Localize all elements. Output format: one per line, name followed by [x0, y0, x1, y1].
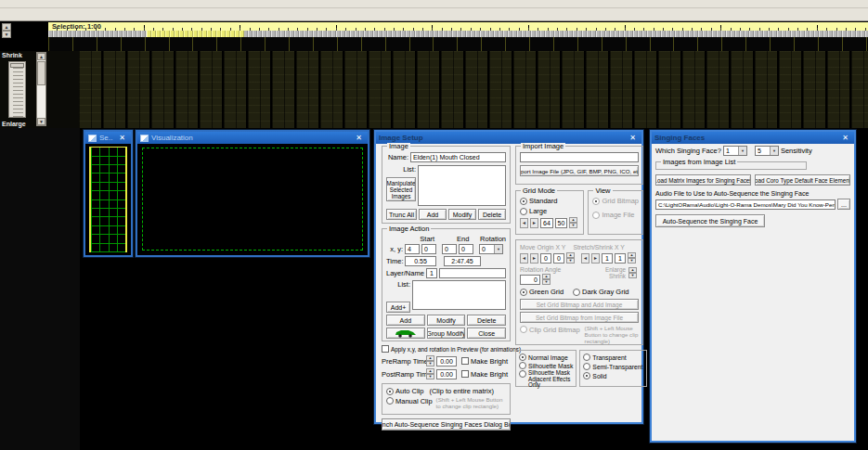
origin-x-input[interactable]: 0	[540, 253, 551, 264]
image-file-radio[interactable]	[592, 212, 600, 219]
name-label: Name:	[386, 153, 408, 161]
action-modify-button[interactable]: Modify	[427, 315, 466, 326]
start-header: Start	[414, 235, 441, 243]
close-icon[interactable]: ✕	[116, 134, 128, 142]
add-button[interactable]: Add	[419, 209, 447, 220]
rotation-angle-input[interactable]: 0	[520, 275, 540, 285]
time-start-input[interactable]: 0.55	[405, 256, 436, 266]
import-image-button[interactable]: Import Image File (JPG, GIF, BMP, PNG, I…	[520, 165, 639, 176]
timeline-ruler[interactable]: Selection: 1:00	[0, 22, 868, 31]
chevron-down-icon[interactable]: ▼	[770, 147, 778, 155]
launch-autoseq-button[interactable]: Launch Auto-Sequence Singing Faces Dialo…	[382, 418, 511, 431]
set-grid-add-button[interactable]: Set Grid Bitmap and Add Image	[520, 299, 639, 310]
enlarge-shrink-spinner[interactable]: ▲▼	[628, 267, 637, 278]
preramp-input[interactable]: 0.00	[436, 356, 457, 366]
stretch-spinner[interactable]: ▲▼	[628, 252, 636, 264]
group-modify-button[interactable]: Group Modify	[427, 328, 466, 339]
layer-name-input[interactable]	[439, 268, 506, 278]
standard-grid-radio[interactable]	[520, 198, 527, 205]
silhouette-adjacent-radio[interactable]	[519, 370, 526, 378]
postramp-spinner[interactable]: ▲▼	[426, 368, 434, 379]
window-title-bar[interactable]: Visualization ✕	[137, 132, 368, 144]
size-right-icon[interactable]: ►	[530, 218, 538, 228]
set-grid-file-button[interactable]: Set Grid Bitmap from Image File	[520, 312, 639, 323]
stretch-x-input[interactable]: 1	[602, 253, 613, 264]
x-end-input[interactable]: 0	[442, 244, 457, 254]
timeline-zoom-down-button[interactable]: ▼	[2, 31, 11, 38]
row-zoom-slider[interactable]	[8, 61, 26, 118]
timeline-zoom-up-button[interactable]: ▲	[2, 23, 11, 31]
close-icon[interactable]: ✕	[839, 134, 851, 142]
close-button[interactable]: Close	[467, 328, 506, 339]
chevron-down-icon[interactable]: ▼	[738, 147, 746, 155]
action-delete-button[interactable]: Delete	[467, 315, 506, 326]
grid-bitmap-radio[interactable]	[592, 198, 600, 205]
rotation-angle-spinner[interactable]: ▲▼	[542, 274, 551, 285]
origin-y-input[interactable]: 0	[553, 253, 564, 264]
sensitivity-dropdown[interactable]: 5▼	[755, 146, 779, 156]
stretch-left-icon[interactable]: ◄	[581, 253, 589, 264]
autoseq-button[interactable]: Auto-Sequence the Singing Face	[655, 214, 765, 227]
audio-waveform[interactable]	[48, 37, 868, 51]
preview-grid[interactable]	[89, 147, 127, 252]
scroll-up-icon[interactable]: ▲	[37, 53, 45, 60]
window-title-bar[interactable]: Se... ✕	[85, 132, 131, 144]
x-start-input[interactable]: 4	[405, 244, 420, 254]
image-list[interactable]	[418, 165, 506, 206]
rotation-dropdown[interactable]: 0▼	[479, 244, 503, 254]
grid-scrollbar[interactable]: ▲ ▼	[36, 52, 46, 126]
preramp-spinner[interactable]: ▲▼	[426, 355, 434, 366]
manual-clip-radio[interactable]	[386, 397, 394, 405]
image-name-input[interactable]: Elden(1) Mouth Closed	[410, 152, 506, 162]
apply-xy-checkbox[interactable]	[382, 345, 389, 353]
solid-radio[interactable]	[583, 372, 590, 379]
sequence-thumbnail-window: Se... ✕	[84, 130, 133, 257]
manipulate-selected-button[interactable]: Manipulate Selected Images	[386, 177, 416, 201]
preramp-bright-checkbox[interactable]	[461, 357, 469, 365]
action-add-button[interactable]: Add	[386, 315, 425, 326]
stretch-right-icon[interactable]: ►	[591, 253, 600, 264]
chevron-down-icon[interactable]: ▼	[494, 245, 502, 253]
green-grid-radio[interactable]	[520, 289, 527, 296]
slider-thumb[interactable]	[10, 63, 24, 68]
stretch-y-input[interactable]: 1	[615, 253, 626, 264]
grid-height-input[interactable]: 50	[555, 218, 567, 228]
grid-size-spinner[interactable]: ▲▼	[569, 217, 577, 228]
y-end-input[interactable]: 0	[459, 244, 473, 254]
face-number-dropdown[interactable]: 1▼	[723, 146, 747, 156]
origin-left-icon[interactable]: ◄	[520, 253, 528, 264]
movement-car-button[interactable]	[386, 328, 425, 339]
silhouette-radio[interactable]	[519, 362, 526, 369]
scrollbar-thumb[interactable]	[37, 61, 45, 85]
close-icon[interactable]: ✕	[353, 134, 365, 142]
normal-image-radio[interactable]	[519, 354, 526, 361]
origin-spinner[interactable]: ▲▼	[566, 252, 575, 264]
timebar-cells[interactable]	[48, 31, 868, 37]
load-matrix-button[interactable]: Load Matrix Images for Singing Faces	[655, 174, 751, 186]
dialog-title-bar[interactable]: Image Setup ✕	[376, 132, 641, 144]
semi-transparent-radio[interactable]	[583, 363, 590, 370]
sequence-grid[interactable]	[79, 51, 868, 128]
layer-input[interactable]: 1	[426, 268, 437, 278]
transparent-radio[interactable]	[583, 354, 590, 361]
postramp-bright-checkbox[interactable]	[461, 370, 469, 378]
dialog-title-bar[interactable]: Singing Faces ✕	[652, 132, 854, 144]
dark-gray-grid-radio[interactable]	[573, 289, 580, 296]
clip-grid-radio[interactable]	[520, 326, 527, 333]
scroll-down-icon[interactable]: ▼	[37, 118, 45, 125]
auto-clip-radio[interactable]	[386, 388, 394, 395]
origin-right-icon[interactable]: ►	[530, 253, 538, 264]
time-end-input[interactable]: 2:47.45	[444, 256, 481, 266]
delete-button[interactable]: Delete	[478, 209, 506, 220]
large-grid-radio[interactable]	[520, 208, 527, 215]
y-start-input[interactable]: 0	[421, 244, 436, 254]
grid-width-input[interactable]: 64	[540, 218, 553, 228]
postramp-input[interactable]: 0.00	[436, 369, 457, 379]
add-plus-button[interactable]: Add+	[386, 302, 410, 313]
action-list[interactable]	[412, 280, 506, 310]
size-left-icon[interactable]: ◄	[520, 218, 528, 228]
close-icon[interactable]: ✕	[627, 134, 639, 142]
import-path-input[interactable]	[520, 152, 639, 162]
trunc-all-button[interactable]: Trunc All	[386, 209, 417, 220]
modify-button[interactable]: Modify	[448, 209, 476, 220]
